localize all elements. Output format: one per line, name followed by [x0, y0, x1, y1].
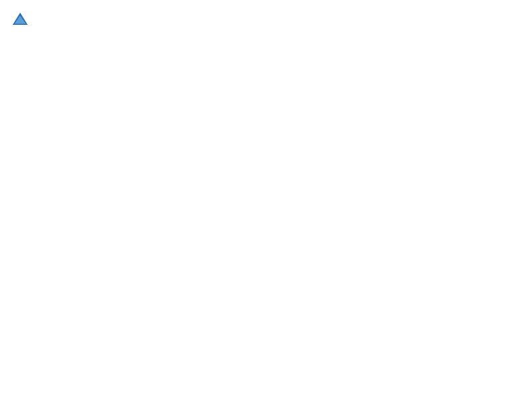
logo [11, 11, 32, 30]
logo-icon [11, 11, 30, 30]
header [11, 11, 521, 30]
